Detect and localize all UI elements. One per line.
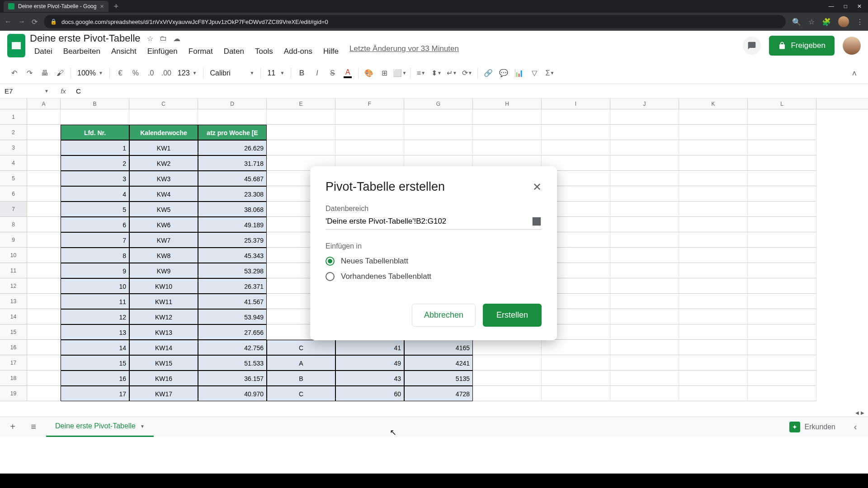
last-edit-link[interactable]: Letzte Änderung vor 33 Minuten	[349, 44, 459, 59]
cell[interactable]: 36.157	[198, 371, 267, 386]
cell[interactable]: 5	[61, 202, 129, 217]
cell[interactable]	[542, 355, 610, 371]
cell[interactable]: 16	[61, 371, 129, 386]
cell[interactable]	[679, 340, 748, 355]
cell[interactable]: 41	[335, 340, 404, 355]
paint-format-button[interactable]: 🖌	[53, 66, 67, 80]
cell[interactable]	[610, 171, 679, 186]
text-color-button[interactable]: A	[341, 66, 354, 80]
cell[interactable]: 25.379	[198, 232, 267, 248]
cell[interactable]	[679, 355, 748, 371]
print-button[interactable]: 🖶	[38, 66, 52, 80]
row-header[interactable]: 11	[0, 263, 27, 278]
insert-chart-button[interactable]: 📊	[512, 66, 526, 80]
cell[interactable]	[335, 109, 404, 125]
cell[interactable]	[335, 140, 404, 155]
cell[interactable]	[473, 386, 542, 401]
cell[interactable]	[27, 186, 61, 202]
cell[interactable]	[610, 217, 679, 232]
forward-button[interactable]: →	[18, 18, 25, 26]
cell[interactable]: 53.298	[198, 263, 267, 278]
back-button[interactable]: ←	[5, 18, 12, 26]
cancel-button[interactable]: Abbrechen	[412, 304, 476, 327]
cell[interactable]: 6	[61, 217, 129, 232]
cell[interactable]	[473, 140, 542, 155]
radio-existing-sheet[interactable]: Vorhandenes Tabellenblatt	[326, 272, 542, 281]
cell[interactable]	[610, 278, 679, 294]
cell[interactable]	[748, 386, 816, 401]
cloud-status-icon[interactable]: ☁	[173, 34, 180, 43]
cell[interactable]	[27, 232, 61, 248]
cell[interactable]: KW10	[129, 278, 198, 294]
cell[interactable]	[27, 309, 61, 324]
browser-menu-icon[interactable]: ⋮	[856, 18, 863, 26]
row-header[interactable]: 10	[0, 248, 27, 263]
zoom-select[interactable]: 100%▼	[75, 69, 106, 77]
cell[interactable]	[748, 202, 816, 217]
zoom-icon[interactable]: 🔍	[792, 18, 801, 26]
menu-format[interactable]: Format	[184, 44, 217, 59]
maximize-icon[interactable]: □	[844, 3, 847, 9]
cell[interactable]: KW4	[129, 186, 198, 202]
cell[interactable]	[610, 109, 679, 125]
column-header[interactable]: K	[679, 99, 748, 109]
row-header[interactable]: 15	[0, 324, 27, 340]
cell[interactable]	[610, 371, 679, 386]
cell[interactable]: 4165	[404, 340, 473, 355]
cell[interactable]	[679, 171, 748, 186]
browser-profile-avatar[interactable]	[838, 16, 849, 27]
row-header[interactable]: 8	[0, 217, 27, 232]
cell[interactable]: 15	[61, 355, 129, 371]
cell[interactable]: KW2	[129, 155, 198, 171]
cell[interactable]: 42.756	[198, 340, 267, 355]
cell[interactable]	[610, 248, 679, 263]
cell[interactable]: 4728	[404, 386, 473, 401]
cell[interactable]: KW8	[129, 248, 198, 263]
cell[interactable]	[610, 186, 679, 202]
column-header[interactable]: I	[542, 99, 610, 109]
comments-button[interactable]	[743, 37, 761, 55]
cell[interactable]	[542, 386, 610, 401]
cell[interactable]	[27, 171, 61, 186]
star-icon[interactable]: ☆	[808, 18, 815, 26]
cell[interactable]	[748, 309, 816, 324]
cell[interactable]	[27, 355, 61, 371]
cell[interactable]: 3	[61, 171, 129, 186]
cell[interactable]: Kalenderwoche	[129, 125, 198, 140]
add-sheet-button[interactable]: +	[5, 419, 21, 435]
cell[interactable]	[748, 263, 816, 278]
cell[interactable]: 45.343	[198, 248, 267, 263]
cell[interactable]	[198, 109, 267, 125]
font-size-select[interactable]: 11▼	[264, 69, 287, 77]
undo-button[interactable]: ↶	[7, 66, 21, 80]
row-header[interactable]: 1	[0, 109, 27, 125]
row-header[interactable]: 4	[0, 155, 27, 171]
cell[interactable]	[610, 232, 679, 248]
row-header[interactable]: 12	[0, 278, 27, 294]
row-header[interactable]: 16	[0, 340, 27, 355]
cell[interactable]	[267, 125, 335, 140]
cell[interactable]: atz pro Woche [E	[198, 125, 267, 140]
cell[interactable]: 53.949	[198, 309, 267, 324]
cell[interactable]: 9	[61, 263, 129, 278]
cell[interactable]	[679, 294, 748, 309]
cell[interactable]	[679, 263, 748, 278]
cell[interactable]	[679, 202, 748, 217]
cell[interactable]	[679, 140, 748, 155]
cell[interactable]	[748, 371, 816, 386]
share-button[interactable]: Freigeben	[769, 36, 835, 56]
cell[interactable]: Lfd. Nr.	[61, 125, 129, 140]
create-button[interactable]: Erstellen	[483, 304, 542, 327]
cell[interactable]: KW15	[129, 355, 198, 371]
cell[interactable]: 1	[61, 140, 129, 155]
redo-button[interactable]: ↷	[23, 66, 36, 80]
strikethrough-button[interactable]: S	[326, 66, 339, 80]
cell[interactable]	[610, 340, 679, 355]
cell[interactable]: 38.068	[198, 202, 267, 217]
cell[interactable]	[610, 202, 679, 217]
cell[interactable]	[404, 109, 473, 125]
new-tab-button[interactable]: +	[114, 2, 119, 11]
cell[interactable]: 14	[61, 340, 129, 355]
cell[interactable]	[129, 109, 198, 125]
cell[interactable]	[542, 140, 610, 155]
